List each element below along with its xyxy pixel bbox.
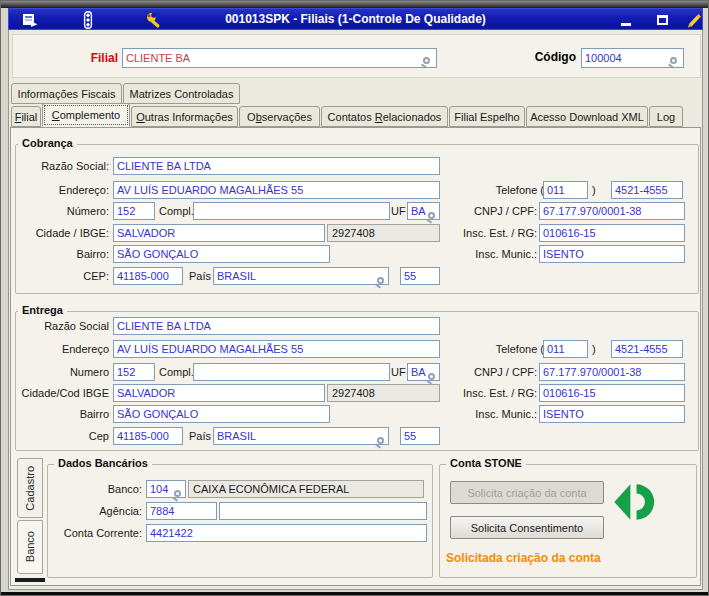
maximize-button[interactable] [653, 11, 671, 29]
stone-status-text: Solicitada criação da conta [446, 551, 601, 565]
dados-bancarios-group: Dados Bancários Banco: CAIXA ECONÔMICA F… [47, 464, 433, 578]
cobranca-compl-input[interactable] [193, 202, 390, 220]
form-icon[interactable] [21, 11, 39, 29]
cobranca-pais-magnifier-icon[interactable] [377, 277, 384, 284]
entrega-razao-input[interactable] [113, 317, 440, 335]
dados-bancarios-title: Dados Bancários [54, 457, 152, 469]
entrega-bairro-input[interactable] [113, 405, 330, 423]
cobranca-telefone-close-paren: ) [592, 184, 596, 196]
entrega-pais-label: País [189, 430, 211, 442]
entrega-endereco-input[interactable] [113, 340, 440, 358]
filial-lookup-magnifier-icon[interactable] [423, 57, 430, 64]
wrench-icon[interactable] [145, 11, 163, 29]
entrega-ie-label: Insc. Est. / RG: [391, 387, 537, 399]
entrega-numero-input[interactable] [113, 363, 155, 381]
entrega-pais-magnifier-icon[interactable] [377, 437, 384, 444]
cobranca-fone-input[interactable] [611, 181, 683, 199]
entrega-fone-input[interactable] [611, 340, 683, 358]
tab-content-panel: Cobrança Razão Social: Endereço: Número:… [10, 127, 701, 586]
solicita-criacao-button[interactable]: Solicita criação da conta [450, 481, 604, 504]
app-window: 001013SPK - Filiais (1-Controle De Quali… [0, 0, 709, 596]
window-bottom-edge [1, 592, 709, 596]
entrega-ddd-input[interactable] [543, 340, 588, 358]
entrega-cnpj-input[interactable] [539, 363, 685, 381]
cobranca-ie-label: Insc. Est. / RG: [391, 227, 537, 239]
entrega-cidade-label: Cidade/Cod IBGE [11, 387, 109, 399]
cobranca-ie-input[interactable] [539, 224, 685, 242]
cobranca-razao-input[interactable] [113, 157, 440, 175]
cobranca-bairro-label: Bairro: [11, 248, 109, 260]
entrega-compl-input[interactable] [193, 363, 390, 381]
conta-corrente-input[interactable] [146, 524, 427, 542]
cobranca-cidade-input[interactable] [113, 224, 325, 242]
cobranca-title: Cobrança [18, 137, 77, 149]
cobranca-pais-label: País [189, 270, 211, 282]
tab-informacoes-fiscais[interactable]: Informações Fiscais [11, 83, 122, 104]
entrega-im-input[interactable] [539, 405, 685, 423]
entrega-cep-label: Cep [11, 430, 109, 442]
agencia-extra-input[interactable] [219, 502, 427, 520]
cobranca-im-input[interactable] [539, 245, 685, 263]
edit-pencil-icon[interactable] [685, 11, 703, 29]
cobranca-cnpj-label: CNPJ / CPF: [391, 205, 537, 217]
traffic-light-icon[interactable] [79, 11, 97, 29]
entrega-numero-label: Numero [11, 366, 109, 378]
cobranca-pais-cod-input[interactable] [400, 267, 440, 285]
conta-stone-group: Conta STONE Solicita criação da conta So… [439, 464, 697, 578]
cobranca-uf-magnifier-icon[interactable] [428, 212, 435, 219]
cobranca-razao-label: Razão Social: [11, 160, 109, 172]
cobranca-cep-label: CEP: [11, 270, 109, 282]
cobranca-ddd-input[interactable] [543, 181, 588, 199]
titlebar: 001013SPK - Filiais (1-Controle De Quali… [8, 8, 703, 30]
side-tab-cadastro[interactable]: Cadastro [17, 458, 43, 518]
entrega-cep-input[interactable] [113, 427, 183, 445]
cobranca-numero-input[interactable] [113, 202, 155, 220]
cobranca-cep-input[interactable] [113, 267, 183, 285]
tab-outras-informacoes[interactable]: Outras Informações [131, 106, 238, 127]
cobranca-endereco-label: Endereço: [11, 184, 109, 196]
codigo-label: Código [458, 50, 576, 64]
cobranca-numero-label: Número: [11, 205, 109, 217]
tab-matrizes-controladas[interactable]: Matrizes Controladas [123, 83, 240, 104]
cobranca-pais-input[interactable] [213, 267, 389, 285]
tab-contatos-relacionados[interactable]: Contatos Relacionados [321, 106, 448, 127]
tab-log[interactable]: Log [649, 106, 683, 127]
banco-lookup-magnifier-icon[interactable] [174, 490, 181, 497]
cobranca-telefone-label: Telefone ( [411, 184, 544, 196]
entrega-bairro-label: Bairro [11, 408, 109, 420]
entrega-razao-label: Razão Social [11, 320, 109, 332]
entrega-im-label: Insc. Munic.: [391, 408, 537, 420]
tab-complemento[interactable]: Complemento [42, 103, 130, 127]
window-client-area: Filial Código Informações Fiscais Matriz… [8, 30, 703, 590]
entrega-telefone-close-paren: ) [592, 343, 596, 355]
cobranca-endereco-input[interactable] [113, 181, 440, 199]
stone-logo-icon [612, 479, 658, 529]
entrega-cnpj-label: CNPJ / CPF: [391, 366, 537, 378]
entrega-telefone-label: Telefone ( [411, 343, 544, 355]
tab-acesso-download-xml[interactable]: Acesso Download XML [526, 106, 648, 127]
cobranca-im-label: Insc. Munic.: [391, 248, 537, 260]
agencia-input[interactable] [146, 502, 217, 520]
conta-stone-title: Conta STONE [446, 457, 526, 469]
entrega-ie-input[interactable] [539, 384, 685, 402]
filial-input[interactable] [122, 48, 437, 68]
entrega-title: Entrega [18, 304, 67, 316]
solicita-consentimento-button[interactable]: Solicita Consentimento [450, 516, 604, 539]
side-tab-banco[interactable]: Banco [17, 520, 43, 574]
minimize-button[interactable] [617, 11, 635, 29]
entrega-endereco-label: Endereço [11, 343, 109, 355]
cobranca-compl-label: Compl. [159, 205, 194, 217]
entrega-cidade-input[interactable] [113, 384, 325, 402]
tab-filial[interactable]: Filial [11, 106, 41, 127]
cobranca-cnpj-input[interactable] [539, 202, 685, 220]
cobranca-cidade-label: Cidade / IBGE: [11, 227, 109, 239]
codigo-lookup-magnifier-icon[interactable] [670, 57, 677, 64]
entrega-pais-cod-input[interactable] [400, 427, 440, 445]
entrega-uf-magnifier-icon[interactable] [428, 373, 435, 380]
tab-observacoes[interactable]: Observações [239, 106, 320, 127]
entrega-compl-label: Compl. [159, 366, 194, 378]
tab-filial-espelho[interactable]: Filial Espelho [449, 106, 525, 127]
side-tab-indicator [15, 578, 45, 582]
entrega-pais-input[interactable] [213, 427, 389, 445]
cobranca-bairro-input[interactable] [113, 245, 330, 263]
